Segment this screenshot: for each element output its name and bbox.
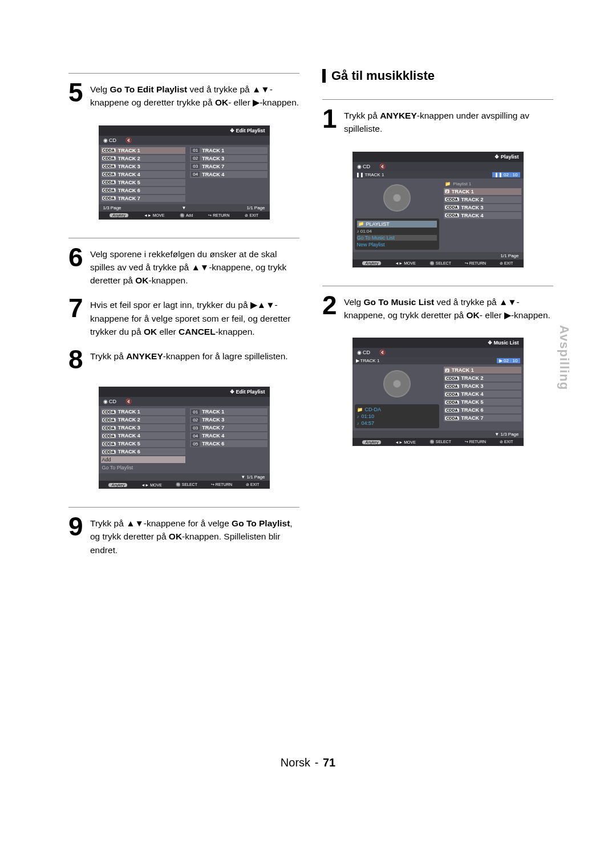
disc-icon [383,370,411,397]
right-track-list: 01TRACK 1 02TRACK 3 03TRACK 7 04TRACK 4 … [188,406,269,473]
left-column: 5 Velg Go To Edit Playlist ved å trykke … [68,68,299,567]
page-indicator: 1/3 Page▼1/1 Page [99,204,270,212]
mute-icon [125,399,132,404]
right-track-list: 📁 Playlist 1 ♪TRACK 1 CDDATRACK 2 CDDATR… [441,178,523,252]
divider [322,286,553,286]
right-track-list: ♪TRACK 1 CDDATRACK 2 CDDATRACK 3 CDDATRA… [441,364,523,431]
divider [322,99,553,100]
step-text: Velg Go To Music List ved å trykke på ▲▼… [344,294,553,322]
step-text: Trykk på ANYKEY-knappen for å lagre spil… [90,348,288,371]
screen-header: CD [352,348,524,357]
left-info-panel: 📁CD-DA ♪01:10 ♪04:57 [352,364,442,431]
screenshot-music-list: ❖ Music List CD TRACK 1 ▶ 02 : 10 📁CD-DA… [352,338,524,446]
divider [68,73,299,74]
screen-title: ❖ Edit Playlist [99,125,270,136]
track-header: TRACK 1 ▶ 02 : 10 [352,357,524,364]
left-info-panel: 📁PLAYLIST ♪ 01:04 Go To Music List New P… [352,178,442,252]
screenshot-edit-playlist-1: ❖ Edit Playlist CD CDDATRACK 1 CDDATRACK… [99,125,270,220]
step-7: 7 Hvis et feil spor er lagt inn, trykker… [68,297,299,338]
page-indicator: ▼ 1/3 Page [352,431,524,438]
anykey-button: Anykey [362,440,381,444]
step-number: 8 [68,348,86,371]
screen-header: CD [99,397,270,406]
step-5: 5 Velg Go To Edit Playlist ved å trykke … [68,82,299,109]
right-track-list: 01TRACK 1 02TRACK 3 03TRACK 7 04TRACK 4 [188,145,269,204]
step-2: 2 Velg Go To Music List ved å trykke på … [322,294,553,322]
screen-footer: Anykey ◄► MOVE 🔘 SELECT ↪ RETURN ⊘ EXIT [352,259,524,267]
section-title: Gå til musikkliste [331,68,435,83]
step-number: 6 [68,246,86,287]
step-text: Velg Go To Edit Playlist ved å trykke på… [90,82,299,109]
step-1: 1 Trykk på ANYKEY-knappen under avspilli… [322,108,553,136]
info-goto-music: Go To Music List [357,235,437,241]
cd-label: CD [103,399,117,404]
track-header: TRACK 1 ❚❚ 02 : 10 [352,171,524,178]
section-header: Gå til musikkliste [322,68,553,83]
left-track-list: CDDATRACK 1 CDDATRACK 2 CDDATRACK 3 CDDA… [99,145,188,204]
screen-header: CD [352,162,524,171]
screenshot-playlist: ❖ Playlist CD TRACK 1 ❚❚ 02 : 10 📁PLAYLI… [352,152,524,267]
step-text: Hvis et feil spor er lagt inn, trykker d… [90,297,299,338]
cd-label: CD [357,164,371,169]
screen-footer: Anykey ◄► MOVE 🔘 SELECT ↪ RETURN ⊘ EXIT [352,438,524,446]
mute-icon [379,350,386,355]
step-text: Trykk på ▲▼-knappene for å velge Go To P… [90,516,299,557]
screenshot-edit-playlist-2: ❖ Edit Playlist CD CDDATRACK 1 CDDATRACK… [99,387,270,489]
info-time1: ♪01:10 [357,413,437,419]
anykey-button: Anykey [108,483,127,487]
step-9: 9 Trykk på ▲▼-knappene for å velge Go To… [68,516,299,557]
screen-footer: Anykey ◄► MOVE 🔘 Add ↪ RETURN ⊘ EXIT [99,212,270,220]
step-8: 8 Trykk på ANYKEY-knappen for å lagre sp… [68,348,299,371]
cd-label: CD [357,350,371,355]
screen-footer: Anykey ◄► MOVE 🔘 SELECT ↪ RETURN ⊘ EXIT [99,481,270,489]
step-number: 1 [322,108,339,136]
step-number: 7 [68,297,86,338]
info-new-playlist: New Playlist [357,242,437,247]
time-badge: ❚❚ 02 : 10 [492,172,520,177]
left-track-list: CDDATRACK 1 CDDATRACK 2 CDDATRACK 3 CDDA… [99,406,188,473]
screen-title: ❖ Music List [352,338,524,348]
step-text: Velg sporene i rekkefølgen du ønsker at … [90,246,299,287]
info-playlist: 📁PLAYLIST [357,221,437,228]
anykey-button: Anykey [110,213,128,217]
mute-icon [379,164,386,169]
divider [68,238,299,238]
screen-header: CD [99,136,270,145]
footer-page: 71 [323,756,335,769]
right-column: Gå til musikkliste 1 Trykk på ANYKEY-kna… [322,68,553,567]
cd-label: CD [103,137,117,143]
step-6: 6 Velg sporene i rekkefølgen du ønsker a… [68,246,299,287]
mute-icon [125,137,132,143]
screen-title: ❖ Playlist [352,152,524,162]
page-indicator: ▼ 1/1 Page [99,473,270,481]
step-text: Trykk på ANYKEY-knappen under avspilling… [344,108,553,136]
footer-lang: Norsk [281,756,310,769]
step-number: 9 [68,516,86,557]
section-bar-icon [322,69,326,83]
page-indicator: 1/1 Page [352,252,524,259]
step-number: 2 [322,294,339,322]
step-number: 5 [68,82,86,109]
info-cdda: 📁CD-DA [357,407,437,412]
screen-title: ❖ Edit Playlist [99,387,270,397]
divider [68,507,299,508]
disc-icon [383,184,411,212]
info-time2: ♪04:57 [357,420,437,426]
info-extra: ♪ 01:04 [357,229,437,234]
page-footer: Norsk - 71 [281,756,335,769]
anykey-button: Anykey [362,261,381,265]
page-content: 5 Velg Go To Edit Playlist ved å trykke … [0,0,616,567]
time-badge: ▶ 02 : 10 [497,358,520,363]
side-tab: Avspilling [557,325,572,390]
